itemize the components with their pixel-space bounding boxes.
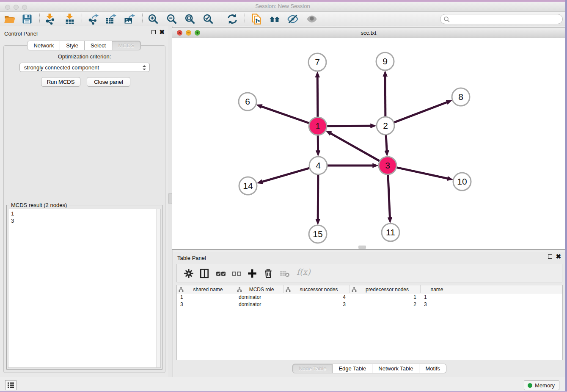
tab-node-table[interactable]: Node Table (292, 364, 333, 373)
open-session-icon[interactable] (4, 13, 16, 25)
tab-mcds[interactable]: MCDS (112, 41, 140, 50)
tab-network[interactable]: Network (27, 41, 60, 50)
cell-name[interactable]: 1 (421, 293, 456, 301)
tab-select[interactable]: Select (85, 41, 112, 50)
apply-function-icon[interactable]: f(x) (297, 267, 311, 276)
table-row[interactable]: 1 dominator 4 1 1 (177, 293, 562, 301)
cell-shared-name[interactable]: 3 (177, 301, 235, 308)
network-window: scc.txt 1234678910111415 (172, 28, 565, 250)
graph-edge-1-6[interactable] (261, 107, 309, 123)
run-mcds-button[interactable]: Run MCDS (41, 77, 80, 87)
table-settings-icon[interactable] (183, 268, 194, 279)
toolbar-separator (142, 14, 143, 24)
graph-edge-3-1[interactable] (330, 133, 379, 161)
import-table-icon[interactable] (64, 13, 76, 25)
toolbar-separator (221, 14, 221, 24)
cell-shared-name[interactable]: 1 (177, 293, 235, 301)
desktop-edge-right (565, 0, 567, 392)
tab-motifs[interactable]: Motifs (419, 364, 446, 373)
control-panel: Control Panel ✖ Network Style Select MCD… (0, 26, 168, 377)
column-header-name[interactable]: name (421, 285, 456, 293)
graph-edge-4-15[interactable] (318, 175, 318, 219)
tab-style[interactable]: Style (60, 41, 85, 50)
mcds-result-line: 1 (11, 210, 14, 217)
dropdown-stepper-icon (142, 64, 147, 71)
clone-network-icon[interactable] (250, 13, 262, 25)
tab-network-table[interactable]: Network Table (372, 364, 419, 373)
mcds-result-group: MCDS result (2 nodes) 1 3 (6, 205, 162, 370)
cell-name[interactable]: 3 (421, 301, 456, 308)
graph-edge-1-7[interactable] (317, 77, 318, 117)
result-scrollbar[interactable] (156, 209, 160, 367)
close-table-panel-icon[interactable]: ✖ (556, 254, 561, 259)
export-image-icon[interactable] (123, 13, 135, 25)
list-icon (6, 381, 16, 390)
toolbar-separator (82, 14, 82, 24)
close-panel-icon[interactable]: ✖ (159, 30, 165, 34)
split-grip-horizontal[interactable] (358, 246, 366, 249)
export-table-icon[interactable] (105, 13, 116, 25)
graph-node-label-8: 8 (458, 92, 463, 102)
graph-edge-4-14[interactable] (262, 168, 309, 182)
status-bar: Memory (0, 377, 565, 392)
refresh-view-icon[interactable] (226, 13, 238, 25)
search-input[interactable] (451, 15, 559, 23)
graph-node-label-1: 1 (315, 121, 320, 131)
mcds-panel: Optimization criterion: strongly connect… (3, 45, 165, 373)
graph-edge-2-3[interactable] (386, 135, 387, 151)
graph-edge-1-2[interactable] (327, 126, 371, 126)
select-all-rows-icon[interactable] (215, 268, 226, 279)
column-header-mcds-role[interactable]: MCDS role (235, 285, 284, 293)
criterion-dropdown[interactable]: strongly connected component (19, 63, 150, 72)
control-panel-tabs: Network Style Select MCDS (0, 41, 168, 50)
memory-button[interactable]: Memory (524, 380, 559, 390)
graph-node-label-7: 7 (315, 57, 320, 67)
cell-predecessor-nodes[interactable]: 1 (350, 293, 421, 301)
graph-node-label-14: 14 (243, 181, 253, 190)
zoom-selected-icon[interactable] (202, 13, 214, 25)
cell-mcds-role[interactable]: dominator (235, 301, 284, 308)
zoom-out-icon[interactable] (166, 13, 178, 25)
column-header-predecessor-nodes[interactable]: predecessor nodes (350, 285, 421, 293)
cell-predecessor-nodes[interactable]: 2 (350, 301, 421, 308)
show-column-icon[interactable] (199, 268, 210, 279)
add-column-icon[interactable] (247, 268, 258, 279)
graph-edge-2-9[interactable] (385, 76, 385, 116)
cell-successor-nodes[interactable]: 4 (284, 293, 350, 301)
float-panel-icon[interactable] (151, 30, 156, 34)
column-tree-icon (286, 287, 291, 292)
export-network-icon[interactable] (87, 13, 99, 25)
zoom-in-icon[interactable] (147, 13, 159, 25)
tab-edge-table[interactable]: Edge Table (333, 364, 372, 373)
deselect-all-rows-icon[interactable] (231, 268, 242, 279)
cell-mcds-role[interactable]: dominator (235, 293, 284, 301)
graph-edge-3-10[interactable] (397, 168, 448, 179)
table-row[interactable]: 3 dominator 3 2 3 (177, 301, 562, 308)
zoom-fit-icon[interactable] (184, 13, 196, 25)
delete-table-icon[interactable] (279, 268, 290, 279)
column-header-successor-nodes[interactable]: successor nodes (284, 285, 350, 293)
column-header-shared-name[interactable]: shared name (177, 285, 235, 293)
cell-successor-nodes[interactable]: 3 (284, 301, 350, 308)
mcds-result-area[interactable]: 1 3 (8, 209, 161, 368)
network-canvas[interactable]: 1234678910111415 (172, 38, 565, 249)
graph-node-label-15: 15 (313, 229, 322, 239)
import-network-icon[interactable] (44, 13, 56, 25)
mcds-result-line: 3 (11, 217, 14, 224)
float-table-panel-icon[interactable] (548, 254, 552, 259)
first-neighbors-icon[interactable] (269, 13, 281, 25)
memory-label: Memory (535, 382, 555, 389)
control-panel-title: Control Panel (4, 30, 38, 37)
toolbar-separator (39, 14, 40, 24)
task-history-button[interactable] (5, 380, 17, 390)
save-session-icon[interactable] (21, 13, 33, 25)
delete-column-icon[interactable] (263, 268, 274, 279)
hide-selected-icon[interactable] (287, 13, 299, 25)
search-icon (443, 16, 450, 23)
show-all-icon[interactable] (306, 13, 318, 25)
graph-edge-2-8[interactable] (394, 102, 447, 122)
graph-edge-3-11[interactable] (388, 175, 390, 218)
close-panel-button[interactable]: Close panel (87, 77, 130, 87)
criterion-value: strongly connected component (24, 64, 99, 71)
app-title: Session: New Session (0, 3, 565, 9)
